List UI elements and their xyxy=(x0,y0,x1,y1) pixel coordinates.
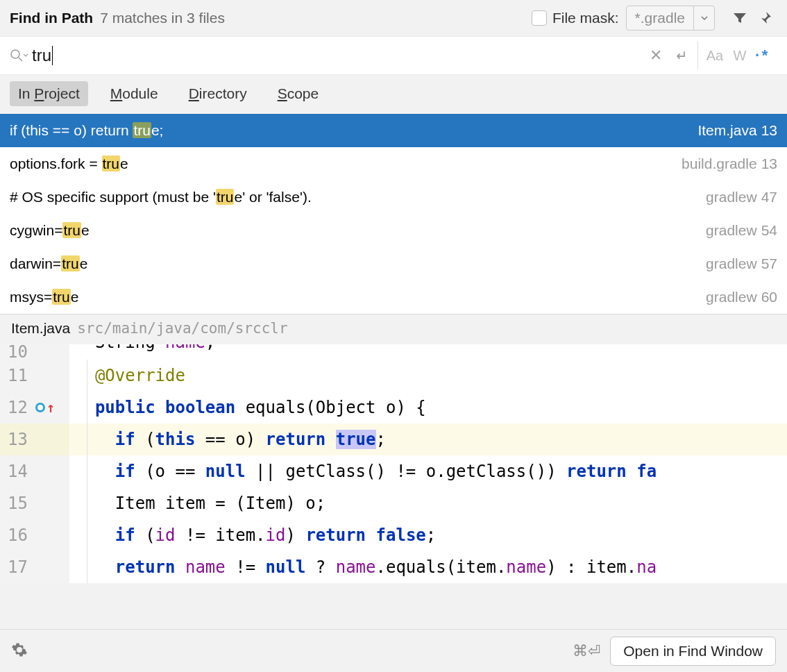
svg-point-0 xyxy=(11,50,19,58)
preview-header: Item.java src/main/java/com/srcclr xyxy=(0,314,787,344)
open-in-find-window-button[interactable]: Open in Find Window xyxy=(610,637,776,666)
result-row[interactable]: cygwin=true gradlew54 xyxy=(0,214,787,247)
scope-tab-scope[interactable]: Scope xyxy=(269,81,328,106)
result-row[interactable]: darwin=true gradlew57 xyxy=(0,247,787,280)
code-line: 12↑ public boolean equals(Object o) { xyxy=(0,392,787,423)
preview-file-path: src/main/java/com/srcclr xyxy=(77,320,287,337)
result-row[interactable]: # OS specific support (must be 'true' or… xyxy=(0,180,787,214)
override-up-icon[interactable]: ↑ xyxy=(46,392,55,423)
scope-tab-directory[interactable]: Directory xyxy=(180,81,255,106)
search-bar: tru ✕ Aa W * xyxy=(0,36,787,75)
dialog-footer: ⌘⏎ Open in Find Window xyxy=(0,629,787,672)
result-row[interactable]: msys=true gradlew60 xyxy=(0,280,787,314)
keyboard-shortcut: ⌘⏎ xyxy=(573,642,600,660)
code-line: 17 return name != null ? name.equals(ite… xyxy=(0,551,787,583)
chevron-down-icon[interactable] xyxy=(693,6,714,30)
code-preview[interactable]: 10 String name; 11 @Override 12↑ public … xyxy=(0,344,787,583)
result-row[interactable]: options.fork = true build.gradle13 xyxy=(0,147,787,180)
match-count: 7 matches in 3 files xyxy=(100,10,225,26)
code-line: 13 if (this == o) return true; xyxy=(0,423,787,455)
scope-tabs: In Project Module Directory Scope xyxy=(0,75,787,114)
code-line: 14 if (o == null || getClass() != o.getC… xyxy=(0,455,787,487)
file-mask-value: *.gradle xyxy=(627,10,693,26)
search-input[interactable]: tru xyxy=(32,46,643,65)
scope-tab-module[interactable]: Module xyxy=(102,81,167,106)
filter-icon[interactable] xyxy=(727,6,752,31)
regex-icon[interactable]: * xyxy=(752,43,777,68)
whole-words-icon[interactable]: W xyxy=(727,43,752,68)
clear-icon[interactable]: ✕ xyxy=(643,43,668,68)
pin-icon[interactable] xyxy=(752,6,777,31)
code-line: 15 Item item = (Item) o; xyxy=(0,487,787,519)
scope-tab-project[interactable]: In Project xyxy=(10,81,88,106)
search-icon[interactable] xyxy=(10,49,29,62)
code-line: 10 String name; xyxy=(0,344,787,360)
file-mask-checkbox[interactable] xyxy=(532,10,547,26)
text-caret xyxy=(52,46,53,65)
preview-file-name: Item.java xyxy=(11,320,70,337)
divider xyxy=(697,42,698,69)
match-case-icon[interactable]: Aa xyxy=(702,43,727,68)
results-list: if (this == o) return true; Item.java13 … xyxy=(0,114,787,314)
code-line: 16 if (id != item.id) return false; xyxy=(0,519,787,551)
file-mask-label: File mask: xyxy=(552,10,619,26)
dialog-header: Find in Path 7 matches in 3 files File m… xyxy=(0,0,787,36)
gear-icon[interactable] xyxy=(11,641,28,661)
newline-icon[interactable] xyxy=(668,43,693,68)
dialog-title: Find in Path xyxy=(10,10,93,26)
code-line: 11 @Override xyxy=(0,360,787,392)
result-row[interactable]: if (this == o) return true; Item.java13 xyxy=(0,114,787,147)
override-gutter-icon[interactable] xyxy=(35,403,45,412)
file-mask-select[interactable]: *.gradle xyxy=(626,6,715,31)
search-input-text: tru xyxy=(32,46,51,65)
